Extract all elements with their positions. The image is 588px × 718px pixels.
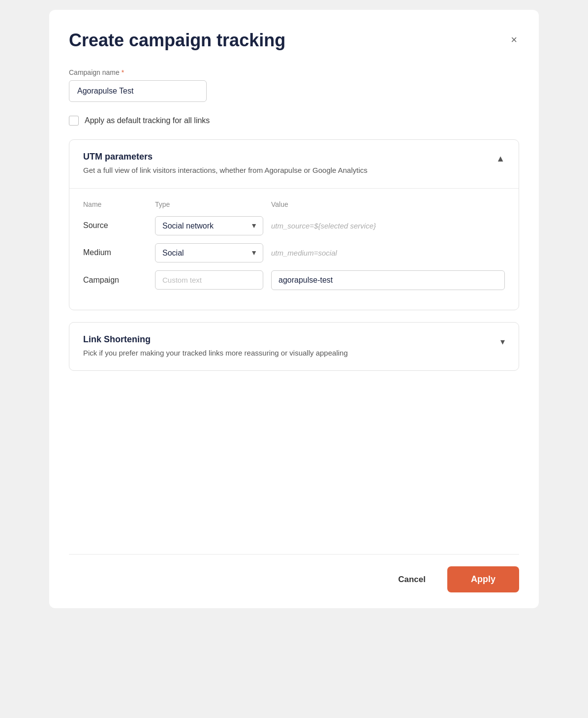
- cancel-button[interactable]: Cancel: [386, 568, 437, 591]
- source-type-select[interactable]: Social network Custom text Fixed value: [155, 216, 263, 235]
- utm-card-header: UTM parameters Get a full view of link v…: [69, 140, 519, 188]
- source-value-placeholder: utm_source=${selected service}: [271, 222, 505, 230]
- col-header-name: Name: [83, 200, 147, 208]
- utm-row-source: Source Social network Custom text Fixed …: [83, 216, 505, 235]
- campaign-value-input[interactable]: [271, 270, 505, 290]
- link-shortening-description: Pick if you prefer making your tracked l…: [83, 348, 493, 359]
- link-shortening-header: Link Shortening Pick if you prefer makin…: [69, 323, 519, 371]
- utm-description: Get a full view of link visitors interac…: [83, 165, 488, 176]
- utm-row-campaign: Campaign Custom text: [83, 270, 505, 290]
- utm-header-content: UTM parameters Get a full view of link v…: [83, 152, 488, 176]
- medium-type-wrapper: Social Custom text Fixed value ▼: [155, 243, 263, 262]
- default-tracking-label: Apply as default tracking for all links: [85, 116, 210, 125]
- link-shortening-title: Link Shortening: [83, 334, 493, 345]
- apply-button[interactable]: Apply: [447, 566, 519, 592]
- utm-column-headers: Name Type Value: [83, 200, 505, 208]
- campaign-name-label: Campaign name *: [69, 68, 519, 76]
- campaign-label: Campaign: [83, 276, 147, 285]
- medium-value-placeholder: utm_medium=social: [271, 249, 505, 257]
- campaign-name-section: Campaign name *: [69, 68, 519, 102]
- utm-parameters-card: UTM parameters Get a full view of link v…: [69, 139, 519, 310]
- col-header-value: Value: [271, 200, 505, 208]
- utm-row-medium: Medium Social Custom text Fixed value ▼ …: [83, 243, 505, 262]
- col-header-type: Type: [155, 200, 263, 208]
- close-button[interactable]: ×: [509, 32, 519, 48]
- link-shortening-content: Link Shortening Pick if you prefer makin…: [83, 334, 493, 359]
- medium-label: Medium: [83, 248, 147, 257]
- default-tracking-checkbox[interactable]: [69, 116, 79, 126]
- medium-type-select[interactable]: Social Custom text Fixed value: [155, 243, 263, 262]
- utm-table: Name Type Value Source Social network Cu…: [69, 189, 519, 310]
- campaign-type-placeholder[interactable]: Custom text: [155, 270, 263, 290]
- default-tracking-row: Apply as default tracking for all links: [69, 116, 519, 126]
- modal-footer: Cancel Apply: [69, 554, 519, 608]
- campaign-name-input[interactable]: [69, 80, 207, 102]
- link-shortening-card: Link Shortening Pick if you prefer makin…: [69, 322, 519, 371]
- modal-header: Create campaign tracking ×: [69, 30, 519, 51]
- modal-title: Create campaign tracking: [69, 30, 285, 51]
- utm-title: UTM parameters: [83, 152, 488, 162]
- link-shortening-chevron-icon[interactable]: ▾: [500, 336, 505, 347]
- utm-chevron-icon[interactable]: ▲: [496, 154, 505, 164]
- source-type-wrapper: Social network Custom text Fixed value ▼: [155, 216, 263, 235]
- create-campaign-modal: Create campaign tracking × Campaign name…: [49, 10, 539, 608]
- source-label: Source: [83, 221, 147, 230]
